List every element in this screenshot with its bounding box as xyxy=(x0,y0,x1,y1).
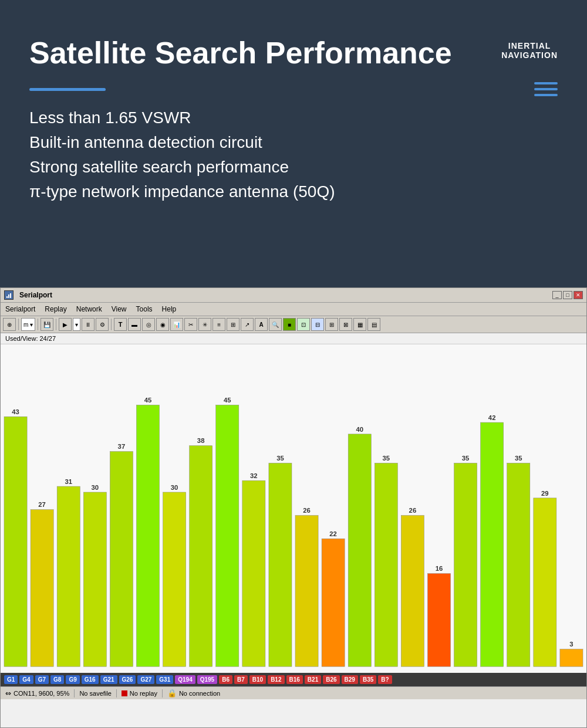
grid-icon[interactable]: ⊞ xyxy=(325,318,338,331)
page-title: Satellite Search Performance xyxy=(29,35,558,70)
header-subtitle: INERTIAL NAVIGATION xyxy=(501,41,558,60)
close-button[interactable]: ✕ xyxy=(573,291,583,299)
svg-rect-3 xyxy=(10,293,11,298)
svg-text:38: 38 xyxy=(197,437,205,444)
sat-label-g7[interactable]: G7 xyxy=(35,675,49,684)
chart-icon[interactable]: 📊 xyxy=(170,318,183,331)
sat-label-b21[interactable]: B21 xyxy=(305,675,321,684)
svg-text:35: 35 xyxy=(276,455,284,462)
svg-text:29: 29 xyxy=(541,489,549,496)
arrow-icon[interactable]: ↗ xyxy=(241,318,254,331)
dropdown2[interactable]: ▾ xyxy=(73,318,80,331)
pause-icon[interactable]: ⏸ xyxy=(82,318,95,331)
svg-rect-20 xyxy=(216,405,239,666)
svg-rect-4 xyxy=(4,417,27,666)
toolbar: ⊕ m ▾ 💾 ▶ ▾ ⏸ ⚙ T ▬ ◎ ◉ 📊 ✂ ✳ ≡ ⊞ ↗ A 🔍 … xyxy=(1,316,586,333)
sep3 xyxy=(56,319,56,330)
hamburger-menu[interactable] xyxy=(534,82,558,96)
table-icon[interactable]: ⊞ xyxy=(227,318,239,331)
sat-label-g27[interactable]: G27 xyxy=(137,675,154,684)
svg-rect-10 xyxy=(83,492,106,666)
sat-label-b10[interactable]: B10 xyxy=(249,675,266,684)
svg-text:45: 45 xyxy=(144,397,152,404)
sat-label-g26[interactable]: G26 xyxy=(119,675,136,684)
svg-text:26: 26 xyxy=(303,507,311,514)
svg-rect-24 xyxy=(269,463,292,666)
sat-label-g8[interactable]: G8 xyxy=(50,675,64,684)
usb-icon: ⇔ xyxy=(5,689,11,697)
status-sep3 xyxy=(162,689,163,697)
svg-text:31: 31 xyxy=(65,478,72,485)
list-icon[interactable]: ≡ xyxy=(212,318,225,331)
sat-label-b35[interactable]: B35 xyxy=(360,675,376,684)
svg-text:45: 45 xyxy=(224,397,231,404)
minimize-button[interactable]: _ xyxy=(552,291,562,299)
signal-icon[interactable]: ⊟ xyxy=(311,318,324,331)
window-title: Serialport xyxy=(19,291,52,299)
svg-rect-42 xyxy=(507,463,530,666)
menu-replay[interactable]: Replay xyxy=(40,304,71,314)
menu-network[interactable]: Network xyxy=(72,304,107,314)
sat-label-g21[interactable]: G21 xyxy=(100,675,117,684)
svg-text:30: 30 xyxy=(92,483,99,490)
dropdown1[interactable]: m ▾ xyxy=(21,318,35,331)
sat-label-b12[interactable]: B12 xyxy=(268,675,284,684)
map-icon[interactable]: ⊡ xyxy=(297,318,310,331)
sat-label-q195[interactable]: Q195 xyxy=(197,675,217,684)
scissors-icon[interactable]: ✂ xyxy=(184,318,197,331)
svg-rect-1 xyxy=(6,296,8,298)
search-icon[interactable]: 🔍 xyxy=(269,318,282,331)
sat-label-g9[interactable]: G9 xyxy=(66,675,79,684)
sat-label-b6[interactable]: B6 xyxy=(219,675,232,684)
svg-rect-12 xyxy=(110,452,133,667)
layout2-icon[interactable]: ▤ xyxy=(367,318,380,331)
connection-text: CON11, 9600, 95% xyxy=(14,690,69,697)
sat-label-g4[interactable]: G4 xyxy=(19,675,33,684)
letter-a-icon[interactable]: A xyxy=(255,318,268,331)
bottom-status-bar: ⇔ CON11, 9600, 95% No savefile No replay… xyxy=(1,686,586,699)
circle-icon[interactable]: ◎ xyxy=(142,318,155,331)
svg-text:30: 30 xyxy=(171,483,178,490)
svg-text:40: 40 xyxy=(356,425,363,432)
sep4 xyxy=(111,319,112,330)
sat-label-g1[interactable]: G1 xyxy=(4,675,18,684)
sat-label-b16[interactable]: B16 xyxy=(286,675,303,684)
svg-text:26: 26 xyxy=(409,507,417,514)
red-square-icon xyxy=(122,690,127,696)
svg-text:43: 43 xyxy=(12,408,19,415)
antenna-icon[interactable]: ⊕ xyxy=(3,318,16,331)
svg-rect-32 xyxy=(375,463,397,666)
svg-rect-6 xyxy=(31,510,53,667)
network-section: 🔒 No connection xyxy=(167,689,220,697)
sat-label-b26[interactable]: B26 xyxy=(323,675,339,684)
menu-serialport[interactable]: Serialport xyxy=(1,304,40,314)
menu-view[interactable]: View xyxy=(107,304,131,314)
app-icon xyxy=(4,290,14,300)
svg-rect-14 xyxy=(136,405,159,666)
svg-rect-18 xyxy=(190,446,212,666)
play-icon[interactable]: ▶ xyxy=(59,318,72,331)
menu-help[interactable]: Help xyxy=(157,304,181,314)
config-icon[interactable]: ⚙ xyxy=(96,318,109,331)
svg-text:22: 22 xyxy=(329,530,337,537)
sat-label-g31[interactable]: G31 xyxy=(156,675,173,684)
sat-label-b29[interactable]: B29 xyxy=(342,675,358,684)
sat-label-g16[interactable]: G16 xyxy=(82,675,99,684)
window-icon[interactable]: ⊠ xyxy=(339,318,352,331)
sep2 xyxy=(38,319,38,330)
svg-text:16: 16 xyxy=(436,565,443,572)
svg-rect-38 xyxy=(454,463,477,666)
text-icon[interactable]: T xyxy=(114,318,127,331)
menu-tools[interactable]: Tools xyxy=(131,304,157,314)
green-rect-icon[interactable]: ■ xyxy=(283,318,296,331)
svg-text:42: 42 xyxy=(488,414,496,421)
layout-icon[interactable]: ▦ xyxy=(353,318,366,331)
save-icon[interactable]: 💾 xyxy=(41,318,53,331)
sat-label-b?[interactable]: B? xyxy=(378,675,392,684)
bar-icon[interactable]: ▬ xyxy=(128,318,141,331)
asterisk-icon[interactable]: ✳ xyxy=(198,318,211,331)
sat-label-q194[interactable]: Q194 xyxy=(175,675,195,684)
sat-label-b7[interactable]: B7 xyxy=(234,675,248,684)
maximize-button[interactable]: □ xyxy=(563,291,572,299)
target-icon[interactable]: ◉ xyxy=(156,318,169,331)
